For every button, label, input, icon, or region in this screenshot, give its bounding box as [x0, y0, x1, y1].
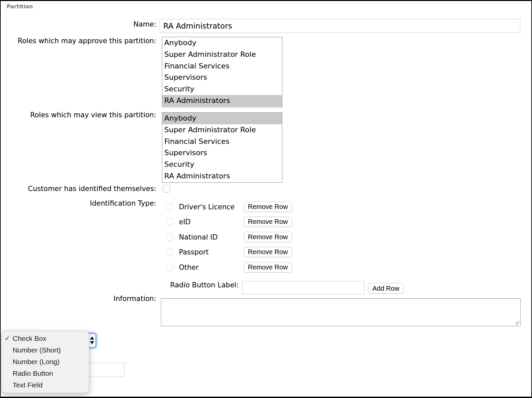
- menu-item[interactable]: Number (Short): [2, 344, 89, 356]
- identification-row: Driver's Licence Remove Row: [166, 201, 235, 213]
- radio-button-label-label: Radio Button Label:: [0, 281, 239, 289]
- list-option[interactable]: Financial Services: [162, 136, 282, 148]
- list-option[interactable]: Supervisors: [162, 147, 282, 159]
- menu-item[interactable]: Radio Button: [2, 367, 89, 379]
- list-option[interactable]: RA Administrators: [162, 170, 282, 182]
- list-option[interactable]: Financial Services: [162, 60, 282, 72]
- remove-row-button[interactable]: Remove Row: [244, 232, 292, 242]
- radio-button[interactable]: [166, 233, 174, 241]
- menu-item-label: Check Box: [13, 335, 47, 342]
- list-option[interactable]: Supervisors: [162, 72, 282, 83]
- menu-item[interactable]: Text Field: [2, 379, 89, 391]
- radio-button[interactable]: [166, 263, 174, 271]
- radio-button[interactable]: [166, 218, 174, 226]
- list-option[interactable]: Security: [162, 159, 282, 170]
- radio-option-label: Other: [179, 263, 199, 271]
- menu-item-label: Radio Button: [13, 369, 53, 377]
- radio-option-label: Passport: [179, 248, 209, 256]
- list-option-selected[interactable]: RA Administrators: [162, 95, 282, 107]
- identification-row: eID Remove Row: [166, 216, 191, 228]
- view-roles-label: Roles which may view this partition:: [0, 111, 156, 119]
- field-type-menu: ✓ Check Box Number (Short) Number (Long)…: [2, 331, 89, 393]
- identification-row: National ID Remove Row: [166, 231, 218, 243]
- customer-identified-label: Customer has identified themselves:: [0, 184, 156, 193]
- name-input[interactable]: [160, 19, 520, 33]
- chevron-up-down-icon: [90, 337, 94, 345]
- radio-button[interactable]: [166, 203, 174, 211]
- view-roles-listbox[interactable]: Anybody Super Administrator Role Financi…: [162, 112, 282, 183]
- list-option[interactable]: Super Administrator Role: [162, 49, 282, 60]
- information-textarea[interactable]: [161, 298, 521, 326]
- approve-roles-label: Roles which may approve this partition:: [0, 37, 156, 45]
- list-option[interactable]: Super Administrator Role: [162, 124, 282, 136]
- menu-item-label: Text Field: [13, 381, 43, 389]
- menu-item-label: Number (Long): [13, 358, 60, 365]
- checkmark-icon: ✓: [5, 333, 13, 344]
- menu-item[interactable]: Number (Long): [2, 356, 89, 367]
- approve-roles-listbox[interactable]: Anybody Super Administrator Role Financi…: [162, 37, 282, 107]
- menu-item[interactable]: ✓ Check Box: [2, 333, 89, 344]
- remove-row-button[interactable]: Remove Row: [244, 217, 292, 227]
- menu-item-label: Number (Short): [13, 346, 61, 354]
- remove-row-button[interactable]: Remove Row: [244, 262, 292, 272]
- add-row-button[interactable]: Add Row: [368, 283, 404, 294]
- radio-option-label: eID: [179, 218, 191, 226]
- list-option[interactable]: Security: [162, 83, 282, 95]
- customer-identified-checkbox[interactable]: [163, 185, 170, 193]
- name-label: Name:: [0, 20, 156, 29]
- identification-row: Passport Remove Row: [166, 246, 209, 258]
- radio-button[interactable]: [166, 248, 174, 256]
- information-label: Information:: [0, 294, 156, 303]
- list-option[interactable]: Anybody: [162, 37, 282, 49]
- remove-row-button[interactable]: Remove Row: [244, 247, 292, 257]
- identification-type-label: Identification Type:: [0, 199, 156, 208]
- page-title: Partition: [7, 3, 33, 10]
- remove-row-button[interactable]: Remove Row: [244, 202, 292, 212]
- identification-row: Other Remove Row: [166, 261, 199, 273]
- radio-option-label: Driver's Licence: [179, 203, 235, 211]
- radio-option-label: National ID: [179, 233, 218, 241]
- list-option-selected[interactable]: Anybody: [162, 113, 282, 124]
- information-textarea-wrap: [161, 298, 521, 326]
- radio-button-label-input[interactable]: [242, 281, 365, 294]
